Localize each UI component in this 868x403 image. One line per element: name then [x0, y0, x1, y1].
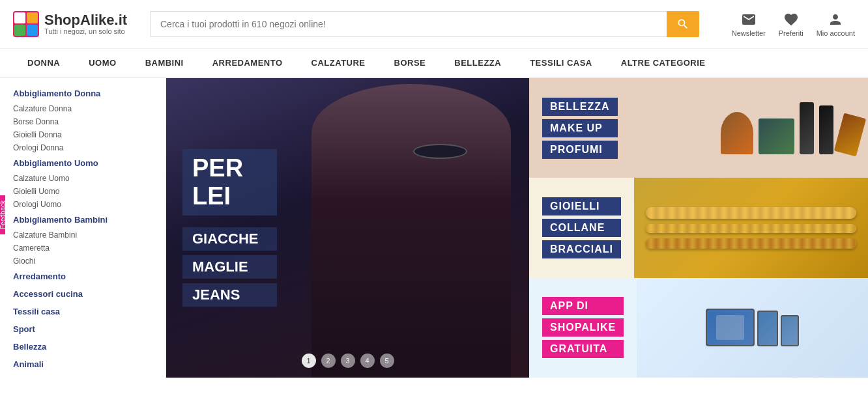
sidebar-orologi-donna[interactable]: Orologi Donna — [0, 141, 166, 154]
sidebar-sport[interactable]: Sport — [0, 320, 166, 338]
app-image — [637, 278, 868, 378]
feedback-tab[interactable]: Feedback — [0, 195, 5, 234]
beauty-labels: BELLEZZA MAKE UP PROFUMI — [529, 78, 631, 178]
nav-borse[interactable]: BORSE — [380, 48, 441, 77]
header: ShopAlike.it Tutti i negozi, un solo sit… — [0, 0, 868, 49]
hero-dot-2[interactable]: 2 — [321, 354, 336, 368]
jewelry-image — [634, 178, 868, 277]
sidebar-animali[interactable]: Animali — [0, 355, 166, 373]
sidebar-abbigliamento-bambini[interactable]: Abbigliamento Bambini — [0, 211, 166, 229]
nav-donna[interactable]: DONNA — [13, 48, 74, 77]
nav-bambini[interactable]: BAMBINI — [131, 48, 198, 77]
app-label-gratuita[interactable]: GRATUITA — [542, 340, 624, 358]
beauty-label-bellezza[interactable]: BELLEZZA — [542, 98, 618, 116]
phone-device-2 — [781, 315, 799, 346]
sidebar-accessori-cucina[interactable]: Accessori cucina — [0, 285, 166, 303]
app-labels: APP DI SHOPALIKE GRATUITA — [529, 278, 637, 378]
beauty-label-makeup[interactable]: MAKE UP — [542, 119, 618, 137]
header-actions: Newsletter Preferiti Mio account — [732, 12, 855, 37]
sidebar-giochi[interactable]: Giochi — [0, 255, 166, 268]
beauty-item-2 — [759, 118, 794, 154]
sidebar-cameretta[interactable]: Cameretta — [0, 242, 166, 255]
device-group — [706, 309, 799, 346]
logo-text: ShopAlike.it Tutti i negozi, un solo sit… — [44, 13, 127, 35]
sidebar-gioielli-donna[interactable]: Gioielli Donna — [0, 128, 166, 141]
logo-subtitle: Tutti i negozi, un solo sito — [44, 27, 127, 35]
beauty-item-3 — [800, 102, 814, 154]
hero-link-maglie[interactable]: MAGLIE — [182, 255, 277, 279]
sidebar-tessili-casa[interactable]: Tessili casa — [0, 303, 166, 320]
search-icon — [676, 18, 689, 31]
logo-icon — [13, 11, 39, 37]
nav-tessili[interactable]: TESSILI CASA — [515, 48, 607, 77]
newsletter-action[interactable]: Newsletter — [732, 12, 766, 37]
nav-uomo[interactable]: UOMO — [74, 48, 130, 77]
jewelry-label-gioielli[interactable]: GIOIELLI — [542, 197, 621, 215]
logo[interactable]: ShopAlike.it Tutti i negozi, un solo sit… — [13, 11, 130, 37]
search-bar — [150, 11, 699, 37]
nav-bellezza[interactable]: BELLEZZA — [440, 48, 515, 77]
hero-dot-3[interactable]: 3 — [341, 354, 355, 368]
jewelry-panel: GIOIELLI COLLANE BRACCIALI — [529, 178, 868, 277]
jewelry-label-bracciali[interactable]: BRACCIALI — [542, 240, 621, 258]
logo-title: ShopAlike.it — [44, 13, 127, 27]
search-input[interactable] — [150, 11, 667, 37]
woman-body — [311, 84, 511, 378]
account-label: Mio account — [817, 29, 855, 37]
hero-banner[interactable]: PER LEI GIACCHE MAGLIE JEANS 1 2 3 4 5 — [166, 78, 529, 378]
hero-text-overlay: PER LEI GIACCHE MAGLIE JEANS — [166, 78, 293, 378]
sidebar-calzature-uomo[interactable]: Calzature Uomo — [0, 172, 166, 185]
sidebar-orologi-uomo[interactable]: Orologi Uomo — [0, 198, 166, 211]
svg-rect-3 — [14, 25, 25, 36]
sidebar-borse-donna[interactable]: Borse Donna — [0, 115, 166, 128]
jewelry-label-collane[interactable]: COLLANE — [542, 219, 621, 237]
right-panels: BELLEZZA MAKE UP PROFUMI GIOIELLI COLLAN… — [529, 78, 868, 378]
search-button[interactable] — [667, 11, 699, 37]
beauty-item-5 — [834, 113, 866, 156]
app-panel: APP DI SHOPALIKE GRATUITA — [529, 278, 868, 378]
hero-dot-4[interactable]: 4 — [360, 354, 375, 368]
sidebar-calzature-donna[interactable]: Calzature Donna — [0, 102, 166, 115]
beauty-item-4 — [819, 105, 833, 154]
chain-visual — [646, 207, 856, 249]
hero-dot-1[interactable]: 1 — [302, 354, 316, 368]
beauty-item-1 — [721, 112, 753, 154]
sidebar-abbigliamento-donna[interactable]: Abbigliamento Donna — [0, 85, 166, 102]
main-nav: DONNA UOMO BAMBINI ARREDAMENTO CALZATURE… — [0, 49, 868, 78]
preferiti-action[interactable]: Preferiti — [779, 12, 803, 37]
phone-device-1 — [757, 311, 778, 346]
svg-rect-2 — [27, 12, 38, 23]
hero-link-jeans[interactable]: JEANS — [182, 283, 277, 307]
heart-icon — [783, 12, 799, 27]
hero-dots: 1 2 3 4 5 — [302, 354, 394, 368]
mail-icon — [741, 12, 757, 27]
tablet-device — [706, 309, 755, 346]
account-action[interactable]: Mio account — [817, 12, 855, 37]
preferiti-label: Preferiti — [779, 29, 803, 37]
main-content: Feedback Abbigliamento Donna Calzature D… — [0, 78, 868, 378]
beauty-panel: BELLEZZA MAKE UP PROFUMI — [529, 78, 868, 178]
hero-dot-5[interactable]: 5 — [380, 354, 394, 368]
nav-calzature[interactable]: CALZATURE — [297, 48, 380, 77]
hero-title: PER LEI — [182, 149, 277, 215]
user-icon — [828, 12, 843, 27]
app-label-appdi[interactable]: APP DI — [542, 297, 624, 315]
sidebar-abbigliamento-uomo[interactable]: Abbigliamento Uomo — [0, 154, 166, 172]
svg-rect-4 — [27, 25, 38, 36]
beauty-label-profumi[interactable]: PROFUMI — [542, 141, 618, 159]
nav-altre[interactable]: ALTRE CATEGORIE — [607, 48, 720, 77]
sidebar-bellezza[interactable]: Bellezza — [0, 338, 166, 355]
sidebar-gioielli-uomo[interactable]: Gioielli Uomo — [0, 185, 166, 198]
newsletter-label: Newsletter — [732, 29, 766, 37]
nav-arredamento[interactable]: ARREDAMENTO — [198, 48, 297, 77]
sidebar-calzature-bambini[interactable]: Calzature Bambini — [0, 229, 166, 242]
sidebar: Feedback Abbigliamento Donna Calzature D… — [0, 78, 166, 378]
jewelry-labels: GIOIELLI COLLANE BRACCIALI — [529, 178, 634, 277]
beauty-image — [631, 78, 868, 178]
svg-rect-1 — [14, 12, 25, 23]
app-label-shopalike[interactable]: SHOPALIKE — [542, 318, 624, 337]
sidebar-arredamento[interactable]: Arredamento — [0, 268, 166, 285]
hero-link-giacche[interactable]: GIACCHE — [182, 227, 277, 251]
